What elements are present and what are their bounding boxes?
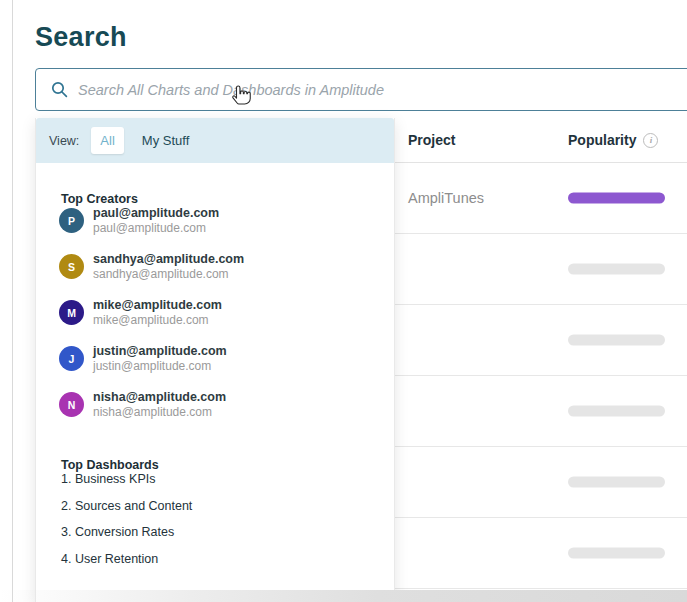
creator-name: sandhya@amplitude.com — [93, 252, 244, 267]
creator-item[interactable]: M mike@amplitude.commike@amplitude.com — [59, 298, 394, 328]
creator-email: paul@amplitude.com — [93, 221, 219, 236]
search-dropdown: View: All My Stuff Top Creators P paul@a… — [35, 118, 395, 602]
dashboard-item[interactable]: 2. Sources and Content — [61, 499, 394, 513]
view-bar: View: All My Stuff — [36, 118, 394, 163]
avatar-initial: S — [68, 261, 75, 273]
table-row[interactable] — [395, 376, 687, 447]
creator-name: paul@amplitude.com — [93, 206, 219, 221]
popularity-bar — [568, 335, 665, 346]
avatar-initial: P — [68, 215, 75, 227]
avatar: J — [59, 346, 84, 371]
creator-name: mike@amplitude.com — [93, 298, 222, 313]
search-field[interactable] — [35, 68, 687, 111]
creator-email: sandhya@amplitude.com — [93, 267, 244, 282]
avatar: M — [59, 300, 84, 325]
column-header-project: Project — [395, 132, 455, 148]
popularity-bar — [568, 264, 665, 275]
page-title: Search — [35, 22, 127, 53]
search-input[interactable] — [78, 69, 687, 110]
column-header-popularity: Popularity i — [568, 132, 658, 148]
creator-item[interactable]: P paul@amplitude.compaul@amplitude.com — [59, 206, 394, 236]
creator-item[interactable]: J justin@amplitude.comjustin@amplitude.c… — [59, 344, 394, 374]
bottom-fade — [0, 590, 687, 602]
avatar-initial: M — [67, 307, 76, 319]
dashboard-item[interactable]: 1. Business KPIs — [61, 472, 394, 486]
avatar-initial: N — [68, 399, 76, 411]
creator-item[interactable]: N nisha@amplitude.comnisha@amplitude.com — [59, 390, 394, 420]
info-icon[interactable]: i — [643, 133, 658, 148]
table-row[interactable] — [395, 234, 687, 305]
creator-name: justin@amplitude.com — [93, 344, 227, 359]
popularity-bar — [568, 406, 665, 417]
table-row[interactable] — [395, 447, 687, 518]
top-creators-heading: Top Creators — [61, 192, 394, 206]
search-icon — [51, 81, 68, 98]
dashboard-item[interactable]: 3. Conversion Rates — [61, 525, 394, 539]
table-row[interactable]: AmpliTunes — [395, 163, 687, 234]
popularity-bar — [568, 477, 665, 488]
left-divider — [12, 0, 13, 602]
avatar: S — [59, 254, 84, 279]
creator-item[interactable]: S sandhya@amplitude.comsandhya@amplitude… — [59, 252, 394, 282]
top-dashboards-heading: Top Dashboards — [61, 458, 394, 472]
avatar: P — [59, 208, 84, 233]
popularity-bar — [568, 193, 665, 204]
project-cell: AmpliTunes — [395, 190, 484, 206]
dashboard-item[interactable]: 4. User Retention — [61, 552, 394, 566]
popularity-label: Popularity — [568, 132, 636, 148]
tab-my-stuff[interactable]: My Stuff — [142, 133, 189, 148]
popularity-bar — [568, 548, 665, 559]
table-row[interactable] — [395, 305, 687, 376]
creator-email: justin@amplitude.com — [93, 359, 227, 374]
creator-name: nisha@amplitude.com — [93, 390, 226, 405]
creator-email: nisha@amplitude.com — [93, 405, 226, 420]
search-modal: Search Project Popularity i AmpliTunes — [0, 0, 687, 602]
tab-all[interactable]: All — [91, 127, 123, 154]
table-row[interactable] — [395, 518, 687, 589]
avatar: N — [59, 392, 84, 417]
avatar-initial: J — [69, 353, 75, 365]
view-label: View: — [49, 134, 79, 148]
results-table: Project Popularity i AmpliTunes — [395, 118, 687, 602]
creator-email: mike@amplitude.com — [93, 313, 222, 328]
mouse-cursor-hand-icon — [231, 84, 253, 106]
table-header: Project Popularity i — [395, 118, 687, 163]
